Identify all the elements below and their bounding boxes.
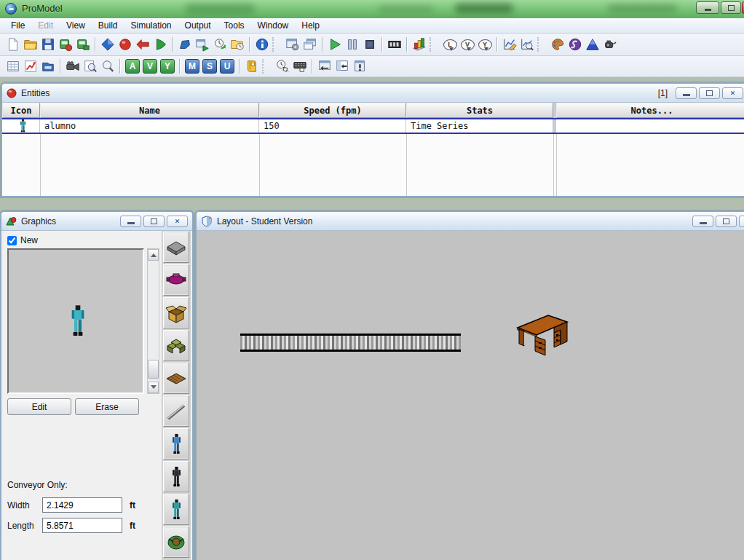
letter-m-button[interactable]: M: [183, 58, 201, 75]
table-row[interactable]: alumno 150 Time Series: [2, 118, 744, 134]
s-curve-icon[interactable]: [566, 36, 584, 53]
new-file-icon[interactable]: [4, 36, 22, 53]
blue-wedge-icon[interactable]: [176, 36, 194, 53]
graphics-minimize-button[interactable]: [120, 216, 141, 227]
letter-y-button[interactable]: Y: [159, 58, 176, 75]
video-camera-icon[interactable]: [64, 58, 82, 75]
maximize-button[interactable]: [721, 1, 741, 14]
projector-icon[interactable]: [601, 36, 619, 53]
import-model-icon[interactable]: [57, 36, 74, 53]
green-cone-icon[interactable]: [151, 36, 169, 53]
letter-v-button[interactable]: V: [141, 58, 159, 75]
minimize-button[interactable]: [696, 1, 719, 14]
entity-notes-cell[interactable]: [556, 119, 744, 133]
entity-icon-cell[interactable]: [2, 119, 40, 133]
entity-name-cell[interactable]: alumno: [40, 119, 259, 133]
scroll-down-button[interactable]: [148, 382, 159, 393]
layout-maximize-button[interactable]: [716, 216, 737, 227]
balloon-v-icon[interactable]: V: [459, 36, 476, 53]
entity-speed-cell[interactable]: 150: [259, 119, 406, 133]
menu-item-help[interactable]: Help: [295, 19, 326, 32]
menu-item-simulation[interactable]: Simulation: [124, 19, 178, 32]
scrollbar-thumb[interactable]: [148, 360, 159, 379]
erase-button[interactable]: Erase: [75, 398, 139, 415]
triangle-icon[interactable]: [584, 36, 601, 53]
menu-item-window[interactable]: Window: [251, 19, 296, 32]
layout-canvas[interactable]: [197, 231, 744, 560]
entities-close-button[interactable]: ✕: [722, 87, 743, 99]
zoom-document-icon[interactable]: [82, 58, 99, 75]
width-input[interactable]: [42, 497, 122, 513]
gray-slab-icon[interactable]: [163, 232, 189, 263]
info-icon[interactable]: [253, 36, 271, 53]
layout-minimize-button[interactable]: [692, 216, 713, 227]
machine-part-icon[interactable]: [163, 264, 189, 296]
preview-scrollbar[interactable]: [147, 248, 159, 394]
grid-table-icon[interactable]: [4, 58, 22, 75]
chart-zoom-icon[interactable]: [518, 36, 536, 53]
menu-item-view[interactable]: View: [60, 19, 92, 32]
magnifier-icon[interactable]: [99, 58, 116, 75]
keyboard-icon[interactable]: [291, 58, 309, 75]
entities-empty-area[interactable]: [2, 134, 744, 196]
entity-stats-cell[interactable]: Time Series: [406, 119, 553, 133]
chart-line-icon[interactable]: [22, 58, 39, 75]
blue-diamond-icon[interactable]: [99, 36, 116, 53]
window-back-icon[interactable]: [316, 58, 333, 75]
column-header-stats[interactable]: Stats: [406, 103, 553, 118]
layout-close-button[interactable]: ✕: [739, 216, 744, 227]
palette-icon[interactable]: [549, 36, 566, 53]
menu-item-output[interactable]: Output: [178, 19, 218, 32]
balloon-y-icon[interactable]: Y: [476, 36, 494, 53]
column-header-notes[interactable]: Notes...: [556, 103, 744, 118]
save-icon[interactable]: [39, 36, 57, 53]
window-gear-icon[interactable]: [284, 36, 301, 53]
graphic-preview[interactable]: [7, 248, 144, 394]
letter-s-button[interactable]: S: [201, 58, 218, 75]
window-alert-icon[interactable]: [351, 58, 368, 75]
new-checkbox[interactable]: [7, 236, 17, 245]
length-input[interactable]: [42, 518, 122, 533]
entities-minimize-button[interactable]: [676, 87, 697, 99]
column-header-speed[interactable]: Speed (fpm): [259, 103, 406, 118]
undo-arrow-icon[interactable]: [134, 36, 151, 53]
red-sphere-icon[interactable]: [116, 36, 134, 53]
export-window-icon[interactable]: [194, 36, 211, 53]
balloon-l-icon[interactable]: L: [441, 36, 459, 53]
worker-teal-icon[interactable]: [163, 494, 189, 525]
folder-clock-icon[interactable]: [229, 36, 246, 53]
filmstrip-icon[interactable]: [386, 36, 403, 53]
pallet-icon[interactable]: [163, 363, 189, 394]
menu-item-build[interactable]: Build: [92, 19, 124, 32]
worker-blue-icon[interactable]: [163, 428, 189, 460]
graphics-maximize-button[interactable]: [143, 216, 165, 227]
rod-icon[interactable]: [163, 395, 189, 427]
book-icon[interactable]: [243, 58, 261, 75]
cascade-windows-icon[interactable]: [301, 36, 319, 53]
column-header-icon[interactable]: Icon: [2, 103, 40, 118]
graphics-close-button[interactable]: ✕: [167, 216, 188, 227]
letter-a-button[interactable]: A: [124, 58, 141, 75]
letter-u-button[interactable]: U: [218, 58, 236, 75]
play-icon[interactable]: [326, 36, 344, 53]
conveyor-graphic[interactable]: [240, 334, 461, 352]
box-stack-icon[interactable]: [163, 330, 189, 361]
column-header-name[interactable]: Name: [40, 103, 259, 118]
clock-hand-icon[interactable]: [274, 58, 291, 75]
edit-button[interactable]: Edit: [7, 398, 71, 415]
pause-icon[interactable]: [344, 36, 361, 53]
panel-collapse-icon[interactable]: [333, 58, 351, 75]
chart-3d-icon[interactable]: [411, 36, 428, 53]
open-folder-icon[interactable]: [22, 36, 39, 53]
worker-topview-icon[interactable]: [163, 527, 189, 558]
clock-refresh-icon[interactable]: [211, 36, 229, 53]
menu-item-file[interactable]: File: [4, 19, 31, 32]
chart-edit-icon[interactable]: [501, 36, 518, 53]
stop-icon[interactable]: [361, 36, 379, 53]
merge-model-icon[interactable]: [74, 36, 92, 53]
scroll-up-button[interactable]: [148, 249, 159, 261]
entities-maximize-button[interactable]: [699, 87, 720, 99]
menu-item-tools[interactable]: Tools: [218, 19, 251, 32]
desk-graphic[interactable]: [515, 312, 569, 356]
open-box-icon[interactable]: [163, 297, 189, 328]
